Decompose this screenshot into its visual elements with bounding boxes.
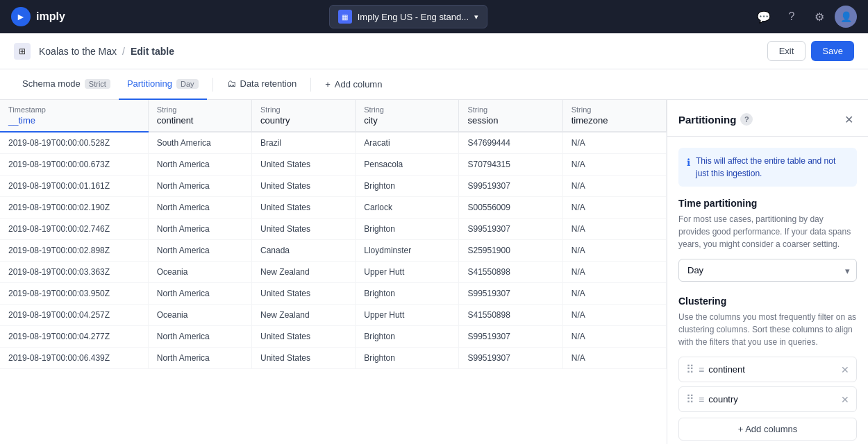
breadcrumb: Koalas to the Max / Edit table [39, 46, 174, 57]
table-row: 2019-08-19T00:00:03.950ZNorth AmericaUni… [0, 283, 667, 305]
add-column-label: Add column [335, 79, 383, 89]
menu-icon: ≡ [699, 364, 704, 375]
table-area: Timestamp__timeStringcontinentStringcoun… [0, 100, 667, 444]
table-row: 2019-08-19T00:00:02.190ZNorth AmericaUni… [0, 197, 667, 219]
drag-handle-icon: ⠿ [686, 393, 694, 406]
cell-7-4: S99519307 [459, 283, 562, 305]
avatar[interactable]: 👤 [835, 6, 857, 28]
time-partition-select-wrapper: DayHourMonthYear [678, 259, 857, 282]
cell-7-3: Brighton [356, 283, 459, 305]
cell-2-2: United States [251, 176, 355, 197]
save-button[interactable]: Save [811, 41, 854, 61]
data-retention-icon: 🗂 [227, 78, 236, 89]
messages-icon[interactable]: 💬 [751, 4, 776, 29]
main-content: Timestamp__timeStringcontinentStringcoun… [0, 100, 868, 444]
cell-1-3: Pensacola [356, 154, 459, 176]
top-navigation: ► imply ▦ Imply Eng US - Eng stand... ▾ … [0, 0, 868, 33]
table-row: 2019-08-19T00:00:02.746ZNorth AmericaUni… [0, 219, 667, 240]
cell-2-1: North America [148, 176, 251, 197]
add-column-button[interactable]: + Add column [317, 79, 390, 89]
cell-1-2: United States [251, 154, 355, 176]
help-icon[interactable]: ? [779, 4, 804, 29]
cell-0-0: 2019-08-19T00:00:00.528Z [0, 132, 148, 154]
cell-3-3: Carlock [356, 197, 459, 219]
cell-8-5: N/A [562, 305, 666, 326]
info-text: This will affect the entire table and no… [696, 155, 849, 180]
cell-6-3: Upper Hutt [356, 262, 459, 283]
table-row: 2019-08-19T00:00:01.161ZNorth AmericaUni… [0, 176, 667, 197]
cell-5-1: North America [148, 240, 251, 262]
data-retention-tab[interactable]: 🗂 Data retention [219, 69, 306, 100]
help-button[interactable]: ? [740, 113, 753, 126]
toolbar-separator-2 [310, 78, 311, 92]
cell-5-3: Lloydminster [356, 240, 459, 262]
cell-2-0: 2019-08-19T00:00:01.161Z [0, 176, 148, 197]
partitioning-tab[interactable]: Partitioning Day [119, 69, 207, 100]
cell-4-0: 2019-08-19T00:00:02.746Z [0, 219, 148, 240]
clustering-item-country: ⠿ ≡ country ✕ [678, 386, 857, 412]
time-partitioning-section: Time partitioning For most use cases, pa… [678, 198, 857, 282]
exit-button[interactable]: Exit [767, 41, 806, 61]
toolbar: Schema mode Strict Partitioning Day 🗂 Da… [0, 69, 868, 100]
chevron-down-icon: ▾ [474, 12, 478, 22]
panel-body: ℹ This will affect the entire table and … [667, 137, 868, 444]
workspace-icon: ▦ [338, 10, 352, 24]
partitioning-panel: Partitioning ? ✕ ℹ This will affect the … [667, 100, 868, 444]
cell-9-2: United States [251, 326, 355, 348]
remove-clustering-icon[interactable]: ✕ [841, 394, 849, 405]
time-partition-select[interactable]: DayHourMonthYear [678, 259, 857, 282]
time-partitioning-title: Time partitioning [678, 198, 857, 209]
cell-5-4: S25951900 [459, 240, 562, 262]
schema-mode-label: Schema mode [22, 78, 81, 89]
cell-3-1: North America [148, 197, 251, 219]
clustering-desc: Use the columns you most frequently filt… [678, 311, 857, 348]
col-header-session: Stringsession [459, 100, 562, 132]
workspace-selector[interactable]: ▦ Imply Eng US - Eng stand... ▾ [329, 5, 487, 28]
clustering-section: Clustering Use the columns you most freq… [678, 296, 857, 441]
panel-title-text: Partitioning [678, 114, 736, 126]
cell-1-1: North America [148, 154, 251, 176]
app-logo: ► imply [11, 7, 65, 26]
col-header-country: Stringcountry [251, 100, 355, 132]
cell-9-0: 2019-08-19T00:00:04.277Z [0, 326, 148, 348]
cell-1-0: 2019-08-19T00:00:00.673Z [0, 154, 148, 176]
cell-0-4: S47699444 [459, 132, 562, 154]
table-body: 2019-08-19T00:00:00.528ZSouth AmericaBra… [0, 132, 667, 369]
panel-header: Partitioning ? ✕ [667, 100, 868, 137]
remove-clustering-icon[interactable]: ✕ [841, 364, 849, 375]
clustering-item-label: continent [708, 364, 837, 375]
cell-10-1: North America [148, 348, 251, 369]
close-icon[interactable]: ✕ [840, 111, 857, 128]
settings-icon[interactable]: ⚙ [807, 4, 832, 29]
clustering-title: Clustering [678, 296, 857, 307]
cell-6-4: S41550898 [459, 262, 562, 283]
cell-4-4: S99519307 [459, 219, 562, 240]
cell-6-5: N/A [562, 262, 666, 283]
cell-3-5: N/A [562, 197, 666, 219]
cell-8-1: Oceania [148, 305, 251, 326]
logo-icon: ► [11, 7, 31, 26]
table-row: 2019-08-19T00:00:03.363ZOceaniaNew Zeala… [0, 262, 667, 283]
cell-8-4: S41550898 [459, 305, 562, 326]
cell-4-3: Brighton [356, 219, 459, 240]
table-row: 2019-08-19T00:00:00.528ZSouth AmericaBra… [0, 132, 667, 154]
panel-title: Partitioning ? [678, 113, 753, 126]
menu-icon: ≡ [699, 394, 704, 405]
clustering-item-label: country [708, 394, 837, 404]
clustering-item-continent: ⠿ ≡ continent ✕ [678, 357, 857, 382]
cell-8-0: 2019-08-19T00:00:04.257Z [0, 305, 148, 326]
cell-3-2: United States [251, 197, 355, 219]
workspace-name: Imply Eng US - Eng stand... [358, 12, 469, 22]
cell-10-2: United States [251, 348, 355, 369]
cell-7-2: United States [251, 283, 355, 305]
nav-center: ▦ Imply Eng US - Eng stand... ▾ [74, 5, 743, 28]
time-partitioning-desc: For most use cases, partitioning by day … [678, 213, 857, 250]
cell-2-4: S99519307 [459, 176, 562, 197]
table-row: 2019-08-19T00:00:06.439ZNorth AmericaUni… [0, 348, 667, 369]
cell-7-1: North America [148, 283, 251, 305]
col-header-timezone: Stringtimezone [562, 100, 666, 132]
add-columns-button[interactable]: + Add columns [678, 418, 857, 441]
breadcrumb-parent: Koalas to the Max [39, 46, 117, 57]
cell-9-5: N/A [562, 326, 666, 348]
schema-mode-tab[interactable]: Schema mode Strict [14, 69, 119, 100]
